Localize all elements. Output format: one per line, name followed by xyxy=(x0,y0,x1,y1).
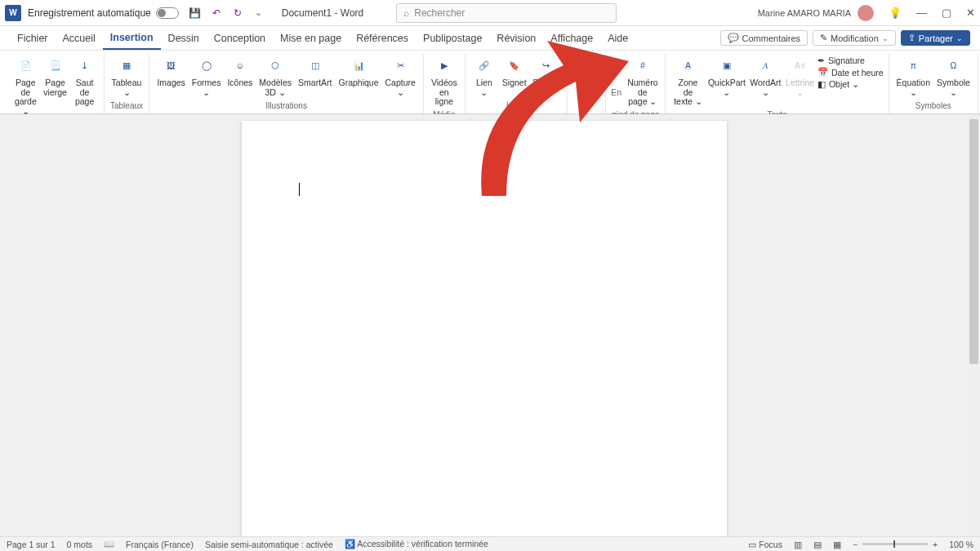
autosave-label: Enregistrement automatique xyxy=(28,7,151,19)
modeles-3d-icon: ⬡ xyxy=(264,56,287,77)
objet-icon: ◧ xyxy=(817,79,826,89)
print-layout-icon[interactable]: ▤ xyxy=(813,540,822,549)
undo-icon[interactable]: ↶ xyxy=(210,7,223,20)
page-de-garde-icon: 📄 xyxy=(14,56,37,77)
help-icon[interactable]: 💡 xyxy=(889,7,902,19)
avatar xyxy=(858,5,874,21)
minimize-icon[interactable]: — xyxy=(916,7,927,19)
scrollbar-thumb[interactable] xyxy=(969,119,978,364)
tableau-button[interactable]: ▦Tableau⌄ xyxy=(109,54,145,100)
quickpart-icon: ▣ xyxy=(715,56,738,77)
language[interactable]: Français (France) xyxy=(126,540,194,549)
graphique-button[interactable]: 📊Graphique xyxy=(336,54,381,100)
zoom-level[interactable]: 100 % xyxy=(949,540,973,549)
document-area[interactable] xyxy=(0,114,968,536)
toggle-icon[interactable] xyxy=(156,7,179,19)
signet-icon: 🔖 xyxy=(503,56,526,77)
tab-affichage[interactable]: Affichage xyxy=(543,26,600,50)
group-label: Illustrations xyxy=(265,100,307,113)
commentaire-button[interactable]: 💬Com xyxy=(572,54,600,109)
zone-texte-icon: A xyxy=(676,56,699,77)
group-label: Tableaux xyxy=(110,100,143,113)
zoom-in-icon[interactable]: + xyxy=(933,540,938,549)
search-input[interactable]: ⌕ Rechercher xyxy=(396,3,617,23)
images-button[interactable]: 🖼Images xyxy=(154,54,187,100)
read-mode-icon[interactable]: ▥ xyxy=(794,540,802,549)
objet-button[interactable]: ◧Objet ⌄ xyxy=(817,79,884,89)
page-vierge-button[interactable]: 📃Pagevierge xyxy=(42,54,69,118)
tab-dessin[interactable]: Dessin xyxy=(161,26,207,50)
capture-icon: ✂ xyxy=(389,56,412,77)
word-app-icon: W xyxy=(5,5,21,21)
tab-conception[interactable]: Conception xyxy=(207,26,273,50)
redo-icon[interactable]: ↻ xyxy=(231,7,244,20)
tab-mise-en-page[interactable]: Mise en page xyxy=(273,26,349,50)
save-icon[interactable]: 💾 xyxy=(189,7,202,20)
images-icon: 🖼 xyxy=(160,56,183,77)
autocomplete-status[interactable]: Saisie semi-automatique : activée xyxy=(205,540,333,549)
vertical-scrollbar[interactable] xyxy=(968,114,980,536)
page-indicator[interactable]: Page 1 sur 1 xyxy=(7,540,56,549)
quick-access-toolbar: 💾 ↶ ↻ ⌄ xyxy=(189,7,265,20)
zoom-out-icon[interactable]: − xyxy=(853,540,858,549)
editing-mode-button[interactable]: ✎ Modification ⌄ xyxy=(813,30,896,46)
lien-icon: 🔗 xyxy=(473,56,496,77)
web-layout-icon[interactable]: ▦ xyxy=(833,540,841,549)
search-icon: ⌕ xyxy=(403,7,409,19)
text-cursor xyxy=(299,183,300,196)
group-label: Liens xyxy=(506,100,526,113)
tab-références[interactable]: Références xyxy=(349,26,416,50)
close-icon[interactable]: ✕ xyxy=(966,7,975,19)
smartart-button[interactable]: ◫SmartArt xyxy=(296,54,334,100)
capture-button[interactable]: ✂Capture⌄ xyxy=(383,54,418,100)
icones-icon: ☺ xyxy=(229,56,252,77)
zoom-slider[interactable]: − + xyxy=(853,540,938,549)
page-vierge-icon: 📃 xyxy=(44,56,67,77)
signature-icon: ✒ xyxy=(817,56,825,65)
tab-révision[interactable]: Révision xyxy=(489,26,543,50)
tableau-icon: ▦ xyxy=(115,56,138,77)
page[interactable] xyxy=(242,121,727,536)
user-name: Marine AMARO MARIA xyxy=(758,8,851,18)
qat-dropdown-icon[interactable]: ⌄ xyxy=(252,7,265,20)
word-count[interactable]: 0 mots xyxy=(67,540,93,549)
renvoi-icon: ↪ xyxy=(535,56,558,77)
proofing-icon[interactable]: 📖 xyxy=(104,539,114,549)
maximize-icon[interactable]: ▢ xyxy=(942,7,951,19)
tab-insertion[interactable]: Insertion xyxy=(103,26,161,50)
videos-button[interactable]: ▶Vidéosen ligne xyxy=(429,54,460,109)
share-button[interactable]: ⇪ Partager ⌄ xyxy=(901,30,970,46)
tab-publipostage[interactable]: Publipostage xyxy=(416,26,489,50)
focus-mode[interactable]: ▭ Focus xyxy=(748,540,782,549)
user-account[interactable]: Marine AMARO MARIA xyxy=(758,5,874,21)
page-de-garde-button[interactable]: 📄Page degarde ⌄ xyxy=(11,54,40,118)
lettrine-button[interactable]: A≡Lettrine⌄ xyxy=(784,54,816,109)
accessibility-status[interactable]: ♿ Accessibilité : vérification terminée xyxy=(345,539,488,549)
wordart-button[interactable]: 𝐴WordArt⌄ xyxy=(748,54,782,109)
date-heure-button[interactable]: 📅Date et heure xyxy=(817,67,884,78)
quickpart-button[interactable]: ▣QuickPart⌄ xyxy=(706,54,746,109)
icones-button[interactable]: ☺Icônes xyxy=(225,54,255,100)
tab-accueil[interactable]: Accueil xyxy=(56,26,103,50)
symbole-button[interactable]: ΩSymbole⌄ xyxy=(934,54,973,100)
graphique-icon: 📊 xyxy=(347,56,370,77)
commentaire-icon: 💬 xyxy=(575,56,598,77)
saut-de-page-icon: ⤓ xyxy=(74,56,96,77)
tab-fichier[interactable]: Fichier xyxy=(10,26,56,50)
lien-button[interactable]: 🔗Lien⌄ xyxy=(470,54,498,100)
tab-aide[interactable]: Aide xyxy=(600,26,635,50)
numero-page-button[interactable]: #Numérode page ⌄ xyxy=(625,54,660,109)
zone-texte-button[interactable]: AZone detexte ⌄ xyxy=(670,54,705,109)
ribbon: 📄Page degarde ⌄📃Pagevierge⤓Saut depagePa… xyxy=(0,51,980,114)
signet-button[interactable]: 🔖Signet xyxy=(500,54,529,100)
comments-button[interactable]: 💬 Commentaires xyxy=(720,30,808,46)
signature-button[interactable]: ✒Signature xyxy=(817,56,884,65)
group-label: Symboles xyxy=(915,100,951,113)
wordart-icon: 𝐴 xyxy=(754,56,777,77)
formes-button[interactable]: ◯Formes⌄ xyxy=(189,54,224,100)
renvoi-button[interactable]: ↪Renvoi xyxy=(531,54,563,100)
autosave-toggle[interactable]: Enregistrement automatique xyxy=(28,7,179,19)
saut-de-page-button[interactable]: ⤓Saut depage xyxy=(71,54,99,118)
modeles-3d-button[interactable]: ⬡Modèles3D ⌄ xyxy=(256,54,294,100)
equation-button[interactable]: πÉquation⌄ xyxy=(894,54,933,100)
